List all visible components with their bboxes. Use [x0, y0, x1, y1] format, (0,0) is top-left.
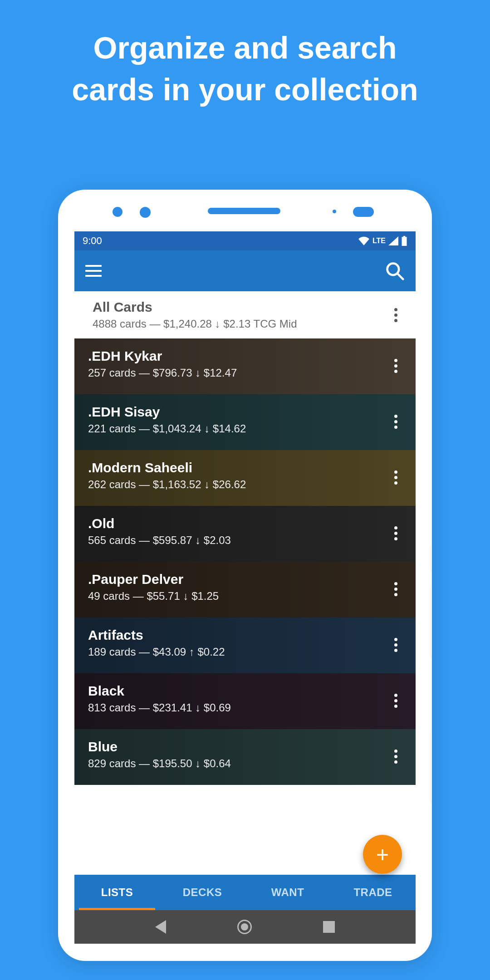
wifi-icon — [358, 236, 370, 245]
phone-speaker-area — [58, 190, 432, 220]
list-item[interactable]: .Modern Saheeli262 cards — $1,163.52 ↓ $… — [74, 450, 416, 506]
lists-container: .EDH Kykar257 cards — $796.73 ↓ $12.47.E… — [74, 338, 416, 785]
list-item-subtitle: 829 cards — $195.50 ↓ $0.64 — [88, 757, 231, 770]
hero-line-2: cards in your collection — [18, 69, 472, 111]
list-item[interactable]: .Pauper Delver49 cards — $55.71 ↓ $1.25 — [74, 562, 416, 617]
signal-icon — [388, 236, 398, 245]
hero-text: Organize and search cards in your collec… — [0, 0, 490, 111]
tab-decks[interactable]: DECKS — [160, 875, 245, 910]
more-icon[interactable] — [387, 306, 405, 324]
more-icon[interactable] — [387, 412, 405, 431]
app-bar — [74, 250, 416, 291]
list-item[interactable]: .Old565 cards — $595.87 ↓ $2.03 — [74, 506, 416, 562]
svg-rect-0 — [402, 237, 407, 246]
status-bar: 9:00 LTE — [74, 231, 416, 250]
list-item[interactable]: Blue829 cards — $195.50 ↓ $0.64 — [74, 729, 416, 785]
list-item-title: .EDH Sisay — [88, 404, 246, 420]
phone-frame: 9:00 LTE All Cards 4888 cards — $1,240.2… — [58, 190, 432, 961]
phone-side-button — [431, 584, 432, 657]
all-cards-row[interactable]: All Cards 4888 cards — $1,240.28 ↓ $2.13… — [74, 291, 416, 338]
list-item-title: Blue — [88, 739, 231, 755]
status-icons: LTE — [358, 236, 407, 246]
tab-trade[interactable]: TRADE — [330, 875, 416, 910]
all-cards-title: All Cards — [93, 299, 297, 315]
list-item[interactable]: Black813 cards — $231.41 ↓ $0.69 — [74, 673, 416, 729]
list-item-title: .EDH Kykar — [88, 348, 237, 364]
hero-line-1: Organize and search — [18, 27, 472, 69]
network-label: LTE — [372, 237, 386, 245]
status-time: 9:00 — [83, 235, 102, 247]
svg-rect-1 — [403, 236, 405, 237]
nav-back-icon[interactable] — [155, 920, 166, 934]
add-fab[interactable]: + — [363, 835, 402, 874]
list-item-title: Black — [88, 683, 231, 699]
all-cards-subtitle: 4888 cards — $1,240.28 ↓ $2.13 TCG Mid — [93, 318, 297, 330]
list-item[interactable]: Artifacts189 cards — $43.09 ↑ $0.22 — [74, 617, 416, 673]
list-item[interactable]: .EDH Kykar257 cards — $796.73 ↓ $12.47 — [74, 338, 416, 394]
list-item-title: .Pauper Delver — [88, 572, 219, 587]
menu-icon[interactable] — [85, 265, 102, 277]
list-item-subtitle: 221 cards — $1,043.24 ↓ $14.62 — [88, 422, 246, 435]
list-item-subtitle: 257 cards — $796.73 ↓ $12.47 — [88, 367, 237, 379]
tab-lists[interactable]: LISTS — [74, 875, 160, 910]
more-icon[interactable] — [387, 468, 405, 486]
phone-side-button — [431, 730, 432, 802]
list-item-title: .Old — [88, 516, 231, 531]
nav-home-icon[interactable] — [237, 920, 252, 934]
plus-icon: + — [376, 842, 389, 867]
more-icon[interactable] — [387, 636, 405, 654]
more-icon[interactable] — [387, 691, 405, 710]
svg-line-3 — [397, 274, 403, 279]
more-icon[interactable] — [387, 524, 405, 542]
search-icon[interactable] — [385, 261, 405, 281]
list-item-title: .Modern Saheeli — [88, 460, 246, 475]
list-item-subtitle: 262 cards — $1,163.52 ↓ $26.62 — [88, 478, 246, 491]
list-item[interactable]: .EDH Sisay221 cards — $1,043.24 ↓ $14.62 — [74, 394, 416, 450]
list-item-subtitle: 813 cards — $231.41 ↓ $0.69 — [88, 701, 231, 714]
list-item-subtitle: 49 cards — $55.71 ↓ $1.25 — [88, 590, 219, 603]
more-icon[interactable] — [387, 747, 405, 765]
list-item-title: Artifacts — [88, 627, 225, 643]
tab-want[interactable]: WANT — [245, 875, 330, 910]
list-item-subtitle: 565 cards — $595.87 ↓ $2.03 — [88, 534, 231, 547]
bottom-tabs: LISTSDECKSWANTTRADE — [74, 875, 416, 910]
phone-screen: 9:00 LTE All Cards 4888 cards — $1,240.2… — [74, 231, 416, 944]
battery-icon — [401, 236, 407, 246]
list-item-subtitle: 189 cards — $43.09 ↑ $0.22 — [88, 646, 225, 658]
more-icon[interactable] — [387, 357, 405, 375]
nav-recent-icon[interactable] — [323, 921, 335, 933]
more-icon[interactable] — [387, 580, 405, 598]
phone-side-button — [431, 544, 432, 571]
android-nav-bar — [74, 910, 416, 944]
